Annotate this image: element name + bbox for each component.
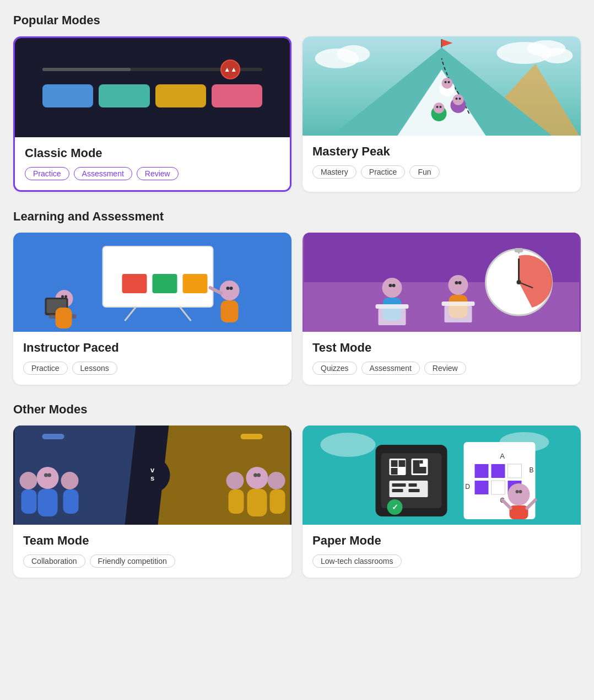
svg-point-37 bbox=[64, 295, 67, 298]
svg-rect-114 bbox=[508, 464, 522, 478]
mastery-peak-image bbox=[303, 36, 581, 136]
classic-mode-body: Classic Mode Practice Assessment Review bbox=[15, 137, 290, 190]
svg-rect-111 bbox=[475, 464, 489, 478]
team-mode-tags: Collaboration Friendly competition bbox=[23, 554, 282, 568]
svg-point-71 bbox=[44, 473, 48, 477]
team-mode-body: Team Mode Collaboration Friendly competi… bbox=[13, 525, 291, 578]
svg-point-82 bbox=[226, 472, 244, 489]
test-mode-title: Test Mode bbox=[312, 341, 571, 355]
svg-point-76 bbox=[61, 472, 79, 489]
tag-review-test: Review bbox=[424, 362, 466, 375]
svg-rect-99 bbox=[413, 460, 420, 467]
test-mode-card[interactable]: Test Mode Quizzes Assessment Review bbox=[303, 233, 581, 385]
svg-point-18 bbox=[459, 98, 461, 100]
paper-mode-title: Paper Mode bbox=[312, 534, 571, 548]
svg-rect-85 bbox=[270, 489, 285, 514]
svg-rect-56 bbox=[379, 309, 406, 325]
svg-rect-105 bbox=[409, 483, 417, 487]
svg-point-122 bbox=[519, 490, 522, 493]
svg-point-58 bbox=[455, 281, 458, 284]
svg-point-57 bbox=[449, 275, 468, 295]
team-mode-title: Team Mode bbox=[23, 534, 282, 548]
svg-point-70 bbox=[37, 467, 59, 489]
classic-progress-bar: ▲▲ bbox=[42, 68, 262, 71]
svg-rect-81 bbox=[247, 489, 267, 516]
mastery-peak-body: Mastery Peak Mastery Practice Fun bbox=[303, 136, 581, 189]
svg-rect-94 bbox=[391, 460, 398, 467]
svg-rect-34 bbox=[221, 300, 239, 322]
svg-rect-29 bbox=[183, 274, 208, 293]
svg-point-84 bbox=[268, 472, 285, 489]
mastery-peak-title: Mastery Peak bbox=[312, 144, 571, 159]
svg-rect-106 bbox=[409, 489, 420, 492]
svg-rect-113 bbox=[475, 481, 489, 494]
svg-point-20 bbox=[434, 103, 445, 114]
svg-point-74 bbox=[20, 472, 37, 489]
svg-point-36 bbox=[61, 295, 64, 298]
svg-rect-103 bbox=[392, 483, 406, 487]
test-mode-image bbox=[303, 233, 581, 332]
svg-point-51 bbox=[382, 278, 402, 298]
classic-mode-card[interactable]: ▲▲ Classic Mode Practice Assessment Revi… bbox=[13, 36, 291, 192]
svg-rect-104 bbox=[392, 489, 403, 492]
svg-point-21 bbox=[436, 106, 439, 108]
paper-mode-card[interactable]: ✓ A D B C bbox=[303, 426, 581, 578]
other-modes-grid: v s bbox=[13, 426, 581, 578]
tag-practice: Practice bbox=[25, 167, 69, 180]
svg-rect-86 bbox=[42, 434, 64, 439]
instructor-paced-tags: Practice Lessons bbox=[23, 362, 282, 375]
learning-assessment-grid: Instructor Paced Practice Lessons bbox=[13, 233, 581, 385]
tag-quizzes: Quizzes bbox=[312, 362, 357, 375]
team-mode-card[interactable]: v s bbox=[13, 426, 291, 578]
svg-rect-61 bbox=[442, 301, 475, 306]
tag-lessons: Lessons bbox=[72, 362, 117, 375]
learning-assessment-section: Learning and Assessment bbox=[13, 209, 581, 385]
other-modes-section: Other Modes v s bbox=[13, 402, 581, 578]
svg-point-80 bbox=[257, 473, 261, 477]
paper-mode-tags: Low-tech classrooms bbox=[312, 554, 571, 568]
svg-rect-73 bbox=[38, 489, 58, 516]
instructor-paced-card[interactable]: Instructor Paced Practice Lessons bbox=[13, 233, 291, 385]
svg-rect-28 bbox=[153, 274, 177, 293]
instructor-paced-title: Instructor Paced bbox=[23, 341, 282, 355]
svg-rect-77 bbox=[63, 489, 79, 514]
mastery-peak-card[interactable]: Mastery Peak Mastery Practice Fun bbox=[303, 36, 581, 192]
svg-point-32 bbox=[230, 287, 233, 290]
svg-rect-116 bbox=[492, 481, 505, 494]
svg-point-79 bbox=[253, 473, 257, 477]
svg-point-121 bbox=[516, 490, 519, 493]
instructor-paced-body: Instructor Paced Practice Lessons bbox=[13, 332, 291, 385]
test-mode-tags: Quizzes Assessment Review bbox=[312, 362, 571, 375]
other-modes-title: Other Modes bbox=[13, 402, 581, 417]
svg-point-52 bbox=[389, 284, 392, 287]
svg-point-4 bbox=[542, 48, 573, 63]
tag-fun: Fun bbox=[409, 165, 439, 179]
svg-rect-97 bbox=[399, 468, 402, 471]
tag-review: Review bbox=[137, 167, 179, 180]
popular-modes-section: Popular Modes ▲▲ C bbox=[13, 13, 581, 192]
tag-practice-instructor: Practice bbox=[23, 362, 68, 375]
svg-marker-10 bbox=[442, 39, 453, 47]
svg-point-78 bbox=[246, 467, 268, 489]
learning-assessment-title: Learning and Assessment bbox=[13, 209, 581, 224]
svg-rect-46 bbox=[515, 248, 523, 252]
svg-point-16 bbox=[453, 94, 464, 105]
popular-modes-grid: ▲▲ Classic Mode Practice Assessment Revi… bbox=[13, 36, 581, 192]
tag-assessment-test: Assessment bbox=[361, 362, 420, 375]
svg-rect-96 bbox=[391, 468, 398, 475]
classic-mode-title: Classic Mode bbox=[25, 146, 280, 160]
svg-rect-62 bbox=[445, 306, 472, 322]
paper-mode-body: Paper Mode Low-tech classrooms bbox=[303, 525, 581, 578]
svg-rect-27 bbox=[122, 274, 147, 293]
mastery-peak-tags: Mastery Practice Fun bbox=[312, 165, 571, 179]
svg-rect-112 bbox=[492, 464, 505, 478]
svg-point-59 bbox=[458, 281, 462, 284]
svg-text:D: D bbox=[465, 483, 470, 491]
svg-text:B: B bbox=[529, 466, 533, 474]
classic-chevron-icon: ▲▲ bbox=[220, 60, 240, 79]
classic-mode-image: ▲▲ bbox=[15, 38, 290, 137]
tag-practice-mastery: Practice bbox=[361, 165, 406, 179]
svg-text:✓: ✓ bbox=[392, 503, 398, 511]
tag-friendly-competition: Friendly competition bbox=[90, 554, 175, 568]
svg-rect-41 bbox=[56, 308, 72, 329]
